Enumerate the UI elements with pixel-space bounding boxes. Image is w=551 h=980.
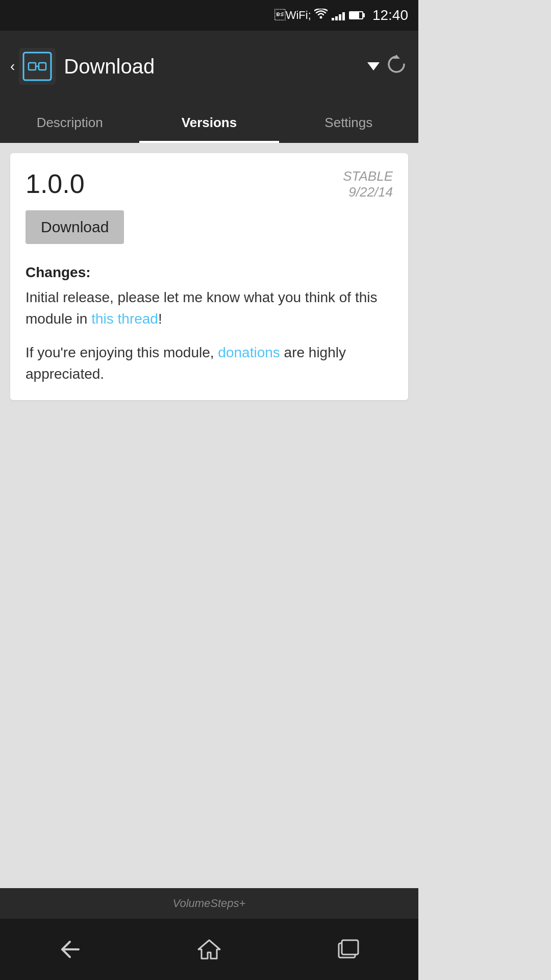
svg-point-0: [319, 16, 322, 19]
battery-icon: [349, 11, 363, 19]
changes-title: Changes:: [26, 264, 393, 281]
app-icon: [19, 48, 56, 85]
home-nav-button[interactable]: [189, 929, 230, 970]
tab-description[interactable]: Description: [0, 102, 139, 143]
app-name-label: VolumeSteps+: [173, 897, 246, 910]
back-arrow-icon[interactable]: ‹: [10, 58, 15, 75]
status-bar: WiFi; 12:40: [0, 0, 418, 31]
donations-text: If you're enjoying this module, donation…: [26, 342, 393, 385]
refresh-icon[interactable]: [385, 53, 408, 81]
version-number: 1.0.0: [26, 168, 85, 199]
status-time: 12:40: [372, 7, 408, 23]
download-button[interactable]: Download: [26, 210, 124, 244]
main-content: 1.0.0 STABLE 9/22/14 Download Changes: I…: [0, 143, 418, 888]
back-icon-container[interactable]: ‹: [10, 48, 56, 85]
tab-versions[interactable]: Versions: [139, 102, 279, 143]
version-stable-label: STABLE: [343, 168, 393, 184]
version-card: 1.0.0 STABLE 9/22/14 Download Changes: I…: [10, 153, 408, 400]
version-meta: STABLE 9/22/14: [343, 168, 393, 200]
wifi-icon: WiFi;: [274, 9, 328, 22]
tab-settings[interactable]: Settings: [279, 102, 418, 143]
recents-nav-button[interactable]: [328, 929, 369, 970]
app-bar-title: Download: [64, 55, 367, 78]
donations-link[interactable]: donations: [218, 345, 280, 360]
status-icons: WiFi; 12:40: [274, 7, 408, 23]
changes-body-text: Initial release, please let me know what…: [26, 287, 393, 330]
nav-bar: [0, 919, 418, 980]
bottom-bar: VolumeSteps+: [0, 888, 418, 919]
changes-section: Changes: Initial release, please let me …: [26, 264, 393, 385]
dropdown-arrow-icon: [367, 62, 380, 70]
app-bar: ‹ Download: [0, 31, 418, 102]
svg-marker-7: [198, 940, 220, 959]
tabs-bar: Description Versions Settings: [0, 102, 418, 143]
signal-icon: [332, 10, 345, 20]
this-thread-link[interactable]: this thread: [91, 311, 158, 327]
svg-rect-9: [342, 940, 358, 954]
back-nav-button[interactable]: [49, 929, 90, 970]
version-header: 1.0.0 STABLE 9/22/14: [26, 168, 393, 200]
version-date: 9/22/14: [343, 184, 393, 200]
